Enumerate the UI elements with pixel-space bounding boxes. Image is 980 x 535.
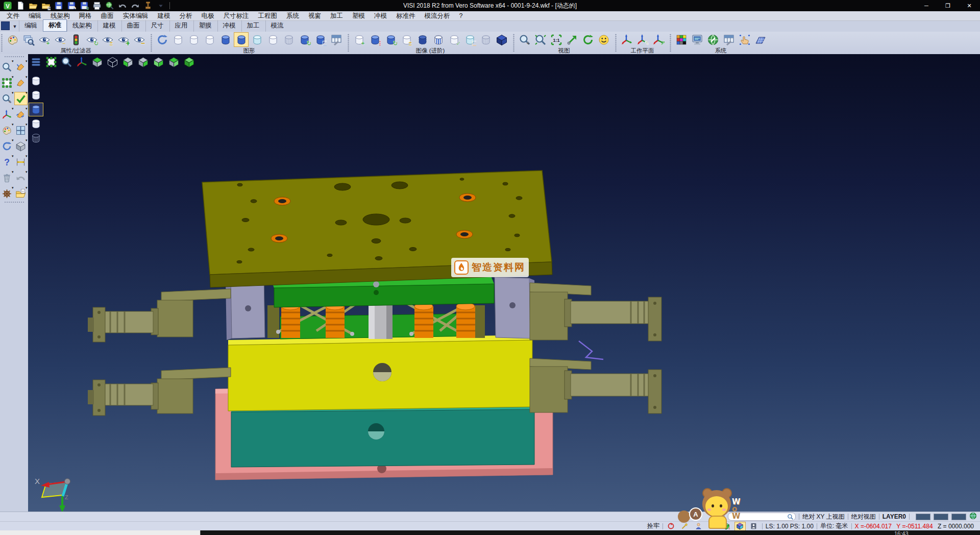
toolbar-grip[interactable] bbox=[4, 56, 24, 58]
grid-settings-icon[interactable] bbox=[753, 32, 768, 47]
context-help-icon[interactable]: ? bbox=[707, 522, 718, 530]
cylinder-shaded-edges-icon[interactable] bbox=[234, 32, 249, 47]
print-icon[interactable] bbox=[91, 1, 103, 11]
render-palette-icon[interactable] bbox=[5, 32, 20, 47]
cube-back-view-icon[interactable] bbox=[167, 56, 181, 68]
layers-menu-icon[interactable] bbox=[29, 56, 43, 68]
cylinder-regen-icon[interactable]: ↻ bbox=[383, 32, 398, 47]
macro-record-icon[interactable] bbox=[666, 522, 676, 530]
undo-icon[interactable] bbox=[116, 1, 129, 11]
solid-cube-icon[interactable] bbox=[494, 32, 509, 47]
filter-traffic-light-icon[interactable] bbox=[68, 32, 83, 47]
model-core-block-teal[interactable] bbox=[231, 406, 534, 467]
undo-last-icon[interactable]: ▾ bbox=[15, 172, 27, 184]
taskbar-segment[interactable] bbox=[0, 530, 201, 535]
tab-模流[interactable]: 模流 bbox=[265, 20, 289, 32]
redo-icon[interactable] bbox=[129, 1, 141, 11]
status-grip[interactable] bbox=[723, 513, 726, 520]
layer-search-icon[interactable] bbox=[21, 32, 36, 47]
zoom-solid-icon[interactable]: +▾ bbox=[1, 92, 13, 105]
regen-view-icon[interactable]: ▾ bbox=[1, 140, 13, 152]
cylinder-outline-a-icon[interactable] bbox=[29, 75, 43, 87]
cylinder-duplicate-icon[interactable]: ❏ bbox=[462, 32, 477, 47]
cylinder-outline-b-icon[interactable] bbox=[29, 89, 43, 102]
model-clamp-right-upper[interactable] bbox=[530, 283, 662, 341]
cube-left-view-icon[interactable] bbox=[121, 56, 135, 68]
open-import-icon[interactable]: ▤ bbox=[40, 1, 52, 11]
world-globe-icon[interactable] bbox=[969, 512, 977, 521]
save-export-icon[interactable]: ↻ bbox=[78, 1, 90, 11]
cylinder-striped-icon[interactable] bbox=[431, 32, 446, 47]
cylinder-copy-icon[interactable]: ❏ bbox=[313, 32, 328, 47]
shaded-cube-icon[interactable]: ▾ bbox=[15, 140, 27, 152]
dynamic-pan-icon[interactable] bbox=[565, 32, 579, 47]
cylinder-dashed-icon[interactable] bbox=[415, 32, 430, 47]
workplane-align-icon[interactable]: ↗ bbox=[651, 32, 666, 47]
window-views-icon[interactable]: ▾ bbox=[15, 124, 27, 136]
toolbar-options-caret[interactable]: ▼ bbox=[11, 22, 19, 31]
layer-color-swatch-2[interactable] bbox=[934, 514, 948, 520]
wcs-triad-icon[interactable]: ▾ bbox=[1, 108, 13, 120]
model-clamp-right-lower[interactable] bbox=[530, 358, 662, 414]
cube-top-view-icon[interactable] bbox=[90, 56, 104, 68]
save-icon[interactable] bbox=[53, 1, 65, 11]
marquee-select-icon[interactable] bbox=[44, 56, 58, 68]
sketch-curve-icon[interactable]: ▾ bbox=[15, 77, 27, 89]
help-icon[interactable]: ?▾ bbox=[1, 156, 13, 168]
cube-right-view-icon[interactable] bbox=[136, 56, 150, 68]
stamp-icon[interactable] bbox=[142, 1, 154, 11]
tab-曲面[interactable]: 曲面 bbox=[121, 20, 145, 32]
show-entities-icon[interactable]: + bbox=[37, 32, 52, 47]
system-settings-icon[interactable] bbox=[705, 32, 720, 47]
minimize-button[interactable]: ─ bbox=[916, 0, 937, 11]
export-folder-icon[interactable]: ▾ bbox=[15, 187, 27, 200]
selection-settings-icon[interactable] bbox=[737, 32, 752, 47]
model-clamp-left-upper[interactable] bbox=[88, 289, 231, 342]
cube-front-view-icon[interactable] bbox=[152, 56, 165, 68]
assistant-icon[interactable] bbox=[694, 522, 704, 530]
menu-item-冲模[interactable]: 冲模 bbox=[370, 11, 391, 21]
profile-display-icon[interactable] bbox=[749, 522, 759, 530]
navigation-helm-icon[interactable]: ▾ bbox=[1, 187, 13, 200]
layer-color-swatch-3[interactable] bbox=[951, 514, 966, 520]
measure-distance-icon[interactable]: ▾ bbox=[15, 156, 27, 168]
menu-item-标准件[interactable]: 标准件 bbox=[391, 11, 420, 21]
view-ref-label[interactable]: 绝对视图 bbox=[851, 513, 876, 521]
active-layer-label[interactable]: LAYER0 bbox=[883, 513, 906, 520]
model-guide-block-right[interactable] bbox=[495, 277, 535, 340]
render-shaded-icon[interactable] bbox=[596, 32, 611, 47]
maximize-button[interactable]: ❐ bbox=[937, 0, 959, 11]
cube-wireframe-view-icon[interactable] bbox=[106, 56, 119, 68]
cylinder-shaded-icon[interactable] bbox=[218, 32, 233, 47]
cylinder-transparent-icon[interactable] bbox=[250, 32, 264, 47]
model-clamp-left-lower[interactable] bbox=[88, 368, 231, 416]
save-as-icon[interactable]: ✎ bbox=[65, 1, 78, 11]
system-display-icon[interactable] bbox=[690, 32, 704, 47]
taskbar-strip[interactable]: 16:43 bbox=[0, 530, 980, 535]
menu-item-加工[interactable]: 加工 bbox=[326, 11, 348, 21]
confirm-check-icon[interactable]: ▾ bbox=[15, 92, 27, 105]
erase-sketch-icon[interactable]: ▾ bbox=[15, 61, 27, 73]
cube-iso-view-icon[interactable] bbox=[182, 56, 196, 68]
preview-search-icon[interactable] bbox=[104, 1, 116, 11]
tab-线架构[interactable]: 线架构 bbox=[67, 20, 97, 32]
visi-logo-icon[interactable]: V bbox=[2, 1, 14, 11]
hide-all-icon[interactable]: ━ bbox=[132, 32, 146, 47]
refresh-visibility-icon[interactable]: ↻ bbox=[84, 32, 99, 47]
cylinder-validate-icon[interactable]: ✓ bbox=[447, 32, 461, 47]
workplane-edit-icon[interactable]: ✎ bbox=[635, 32, 650, 47]
menu-item-?[interactable]: ? bbox=[455, 12, 468, 20]
lock-toggle[interactable]: 拴牢 bbox=[647, 522, 659, 530]
cylinder-outline-c-icon[interactable] bbox=[29, 117, 43, 130]
cylinder-wireframe-b-icon[interactable] bbox=[29, 132, 43, 144]
tab-编辑[interactable]: 编辑 bbox=[19, 20, 43, 32]
menu-item-视窗[interactable]: 视窗 bbox=[304, 11, 326, 21]
delete-entities-icon[interactable]: ▾ bbox=[1, 172, 13, 184]
open-file-icon[interactable] bbox=[27, 1, 39, 11]
search-input[interactable] bbox=[728, 513, 796, 521]
tab-建模[interactable]: 建模 bbox=[97, 20, 121, 32]
cylinder-ghost-icon[interactable] bbox=[186, 32, 201, 47]
dynamic-rotate-icon[interactable] bbox=[580, 32, 595, 47]
view-search-icon[interactable]: ▾ bbox=[1, 61, 13, 73]
cylinder-wireframe-icon[interactable] bbox=[281, 32, 296, 47]
